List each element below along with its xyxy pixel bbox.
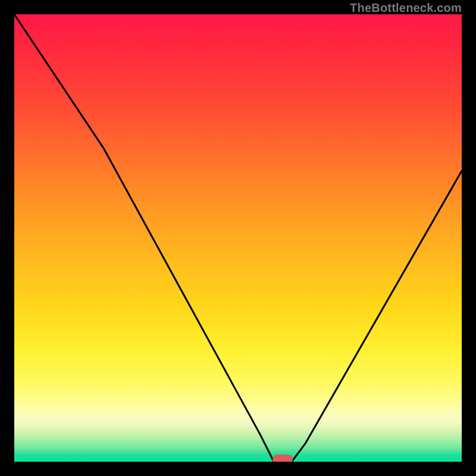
bottleneck-curve: [14, 14, 462, 462]
chart-frame: TheBottleneck.com: [0, 0, 476, 476]
plot-area: [14, 14, 462, 462]
optimal-marker-pill: [273, 455, 293, 462]
attribution-text: TheBottleneck.com: [350, 1, 462, 15]
